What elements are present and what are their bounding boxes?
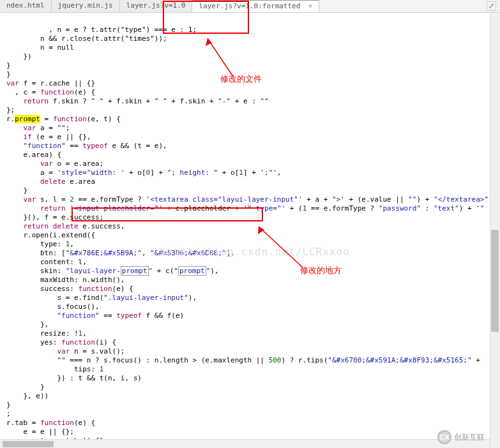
logo-text: 创新互联 — [454, 432, 485, 443]
code-line: } — [6, 383, 45, 391]
code-line: }) — [6, 52, 32, 61]
code-line: } — [6, 61, 11, 70]
code-line: var a = ""; — [6, 124, 70, 132]
code-line: } — [6, 186, 27, 195]
code-line: delete e.area — [6, 177, 95, 186]
code-line: n && r.close(t.attr("times")); — [6, 34, 167, 43]
code-line: var f = r.cache || {} — [6, 79, 95, 87]
horizontal-scrollbar[interactable] — [0, 439, 490, 448]
code-line: a = 'style="width: ' + o[0] + "; height:… — [6, 168, 282, 177]
code-line: resize: !1, — [6, 329, 87, 338]
annotation-file-label: 修改的文件 — [220, 73, 262, 85]
vertical-scrollbar[interactable] — [490, 13, 500, 448]
code-line: return f.skin ? " " + f.skin + " " + f.s… — [6, 97, 269, 105]
code-line: }, — [6, 320, 49, 329]
code-line: }, e)) — [6, 392, 49, 400]
tab-label: layer.js?v=1.0:formatted — [199, 2, 300, 10]
code-line: e.area) { — [6, 151, 61, 159]
code-line: maxWidth: n.width(), — [6, 276, 125, 284]
code-line: } — [6, 401, 11, 409]
tab-jquery[interactable]: jquery.min.js — [52, 0, 120, 12]
code-line: yes: function(i) { — [6, 338, 116, 347]
code-line: if (e = e || {}, — [6, 133, 91, 141]
code-line: , c = function(e) { — [6, 88, 95, 96]
logo-badge-icon: CX — [437, 430, 451, 444]
annotation-place-label: 修改的地方 — [300, 265, 342, 276]
code-line: skin: "layui-layer-prompt" + c("prompt")… — [6, 266, 219, 276]
tab-bar: ndex.html jquery.min.js layer.js?v=1.0 l… — [0, 0, 500, 13]
scroll-thumb[interactable] — [491, 230, 499, 332]
tab-layer[interactable]: layer.js?v=1.0 — [120, 0, 193, 12]
code-line: , n = e ? t.attr("type") === e : 1; — [6, 26, 197, 34]
code-line: return delete e.success, — [6, 222, 125, 230]
expand-icon[interactable]: ⤢ — [487, 1, 496, 11]
code-line: }) : t && t(n, i, s) — [6, 374, 142, 382]
code-line: }(), f = e.success; — [6, 213, 103, 221]
code-line: s = e.find(".layui-layer-input"), — [6, 294, 197, 302]
code-line: r.prompt = function(e, t) { — [6, 115, 121, 123]
tab-ndex-html[interactable]: ndex.html — [0, 0, 52, 12]
code-line: n = null — [6, 43, 74, 52]
code-line: var s, l = 2 == e.formType ? '<textarea … — [6, 195, 489, 204]
code-line: r.open(i.extend({ — [6, 231, 95, 239]
code-line: content: l, — [6, 258, 87, 266]
code-line: s.focus(), — [6, 302, 100, 311]
code-line: ; — [6, 410, 11, 418]
code-line: "" === n ? s.focus() : n.length > (e.max… — [6, 356, 484, 364]
code-line: var o = e.area; — [6, 160, 103, 168]
code-line: e = e || {}; — [6, 428, 74, 436]
code-line: r.tab = function(e) { — [6, 419, 95, 427]
code-line: success: function(e) { — [6, 285, 133, 293]
code-line: return '<input placeholder="' + e.placeh… — [6, 204, 484, 213]
code-line: type: 1, — [6, 240, 74, 248]
scroll-thumb[interactable] — [3, 441, 54, 447]
code-line: var n = s.val(); — [6, 347, 125, 355]
logo: CX 创新互联 — [437, 430, 485, 444]
close-icon[interactable]: × — [308, 3, 312, 10]
tab-layer-formatted[interactable]: layer.js?v=1.0:formatted × — [192, 0, 319, 12]
code-line: "function" == typeof e && (t = e), — [6, 142, 167, 150]
code-line: }; — [6, 106, 15, 114]
code-line: btn: ["&#x786E;&#x5B9A;", "&#x53D6;&#x6D… — [6, 249, 235, 257]
code-line: } — [6, 70, 11, 78]
code-line: "function" == typeof f && f(e) — [6, 311, 184, 320]
code-line: tips: 1 — [6, 365, 103, 373]
